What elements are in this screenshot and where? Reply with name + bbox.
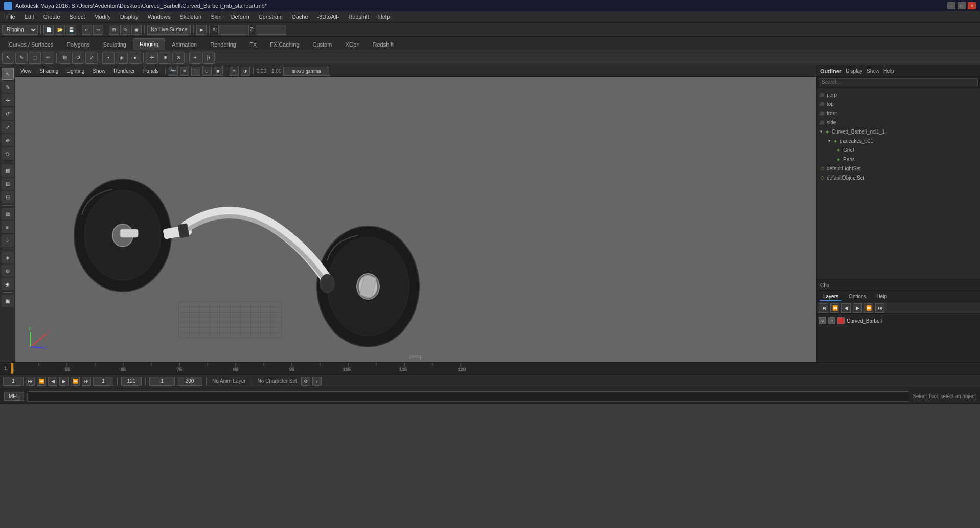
layer-color-swatch[interactable] <box>837 317 845 324</box>
outliner-item-side[interactable]: 🎥 side <box>817 118 980 127</box>
display3-button[interactable]: ⊟ <box>2 191 14 203</box>
snap-point-button[interactable]: ⊕ <box>120 25 130 35</box>
x-input[interactable] <box>218 25 249 35</box>
layer-prev-btn[interactable]: ⏪ <box>830 303 839 313</box>
grid-btn[interactable]: ⊞ <box>180 67 189 76</box>
layers-tab-help[interactable]: Help <box>873 293 890 300</box>
no-char-set-label[interactable]: No Character Set <box>256 378 299 384</box>
snap-surface-button[interactable]: ◉ <box>131 25 142 35</box>
layer-next-btn[interactable]: ⏩ <box>864 303 873 313</box>
tab-custom[interactable]: Custom <box>306 39 339 50</box>
rotate-tool-button[interactable]: ↺ <box>2 107 14 120</box>
layer-last-btn[interactable]: ⏭ <box>875 303 884 313</box>
show-menu[interactable]: Show <box>89 67 108 75</box>
save-file-button[interactable]: 💾 <box>66 25 76 35</box>
outliner-item-perp[interactable]: 🎥 perp <box>817 90 980 99</box>
menu-item-cache[interactable]: Cache <box>288 13 312 21</box>
display2-button[interactable]: ⊞ <box>2 178 14 190</box>
shelf-pipe-button[interactable]: |⟩ <box>202 52 215 64</box>
outliner-item-front[interactable]: 🎥 front <box>817 108 980 118</box>
tab-rigging[interactable]: Rigging <box>133 38 165 50</box>
colorspace-btn[interactable]: sRGB gamma <box>283 67 329 76</box>
audio-btn[interactable]: ♪ <box>312 377 322 386</box>
display6-button[interactable]: ○ <box>2 234 14 247</box>
tc-play-btn[interactable]: ▶ <box>59 377 69 386</box>
camera-btn[interactable]: 📷 <box>169 67 178 76</box>
shading-menu[interactable]: Shading <box>37 67 62 75</box>
shelf-transform-button[interactable]: ⊞ <box>59 52 71 64</box>
select-tool-button[interactable]: ↖ <box>2 68 14 80</box>
menu-item-redshift[interactable]: Redshift <box>344 13 373 21</box>
tab-rendering[interactable]: Rendering <box>203 39 243 50</box>
tc-skip-end-btn[interactable]: ⏭ <box>82 377 91 386</box>
layers-tab-options[interactable]: Options <box>846 293 869 300</box>
shelf-poly-button[interactable]: ◈ <box>116 52 128 64</box>
misc4-button[interactable]: ▣ <box>2 295 14 307</box>
tab-redshift[interactable]: Redshift <box>367 39 400 50</box>
menu-item-deform[interactable]: Deform <box>227 13 254 21</box>
mode-select[interactable]: Rigging <box>2 25 38 35</box>
maximize-button[interactable]: □ <box>958 2 966 9</box>
viewport-canvas[interactable]: X Y Z persp <box>15 77 816 362</box>
cv-tool-button[interactable]: ◇ <box>2 147 14 160</box>
minimize-button[interactable]: ─ <box>947 2 955 9</box>
layer-visibility-btn[interactable]: V <box>819 317 826 324</box>
menu-item-constrain[interactable]: Constrain <box>255 13 287 21</box>
display1-button[interactable]: ▦ <box>2 164 14 177</box>
outliner-item-pens[interactable]: ◈ Pens <box>817 155 980 164</box>
min-time-input[interactable] <box>149 377 175 386</box>
outliner-display-menu[interactable]: Display <box>846 68 862 74</box>
redo-button[interactable]: ↪ <box>93 25 103 35</box>
outliner-show-menu[interactable]: Show <box>867 68 879 74</box>
no-live-surface-label[interactable]: No Live Surface <box>147 25 191 35</box>
max-time-input[interactable]: 200 <box>177 377 202 386</box>
tab-polygons[interactable]: Polygons <box>60 39 96 50</box>
tab-fx[interactable]: FX <box>243 39 263 50</box>
z-input[interactable] <box>256 25 286 35</box>
shelf-paint2-button[interactable]: ✏ <box>42 52 54 64</box>
tc-prev-btn[interactable]: ⏪ <box>37 377 46 386</box>
tc-fwd-btn[interactable]: ⏩ <box>71 377 80 386</box>
tc-back-btn[interactable]: ◀ <box>48 377 57 386</box>
layer-play2-btn[interactable]: ▶ <box>853 303 862 313</box>
shelf-move-button[interactable]: ✛ <box>146 52 158 64</box>
start-frame-input[interactable]: 1 <box>3 377 24 386</box>
shelf-lasso-button[interactable]: ◌ <box>29 52 41 64</box>
outliner-item-top[interactable]: 🎥 top <box>817 99 980 108</box>
lighting-menu[interactable]: Lighting <box>63 67 87 75</box>
light-btn[interactable]: ☀ <box>230 67 239 76</box>
menu-item-skin[interactable]: Skin <box>207 13 225 21</box>
no-anim-layer-label[interactable]: No Anim Layer <box>210 378 248 384</box>
snap-tool-button[interactable]: ⊕ <box>2 134 14 146</box>
outliner-item-grief[interactable]: ◈ Grief <box>817 145 980 155</box>
shelf-cube-button[interactable]: ▪ <box>102 52 115 64</box>
open-file-button[interactable]: 📂 <box>55 25 65 35</box>
outliner-item-defaultlightset[interactable]: ⬡ defaultLightSet <box>817 164 980 173</box>
menu-item-help[interactable]: Help <box>374 13 394 21</box>
outliner-item-pancakes[interactable]: ▼ ◈ pancakes_001 <box>817 136 980 145</box>
misc2-button[interactable]: ⊕ <box>2 265 14 277</box>
panels-menu[interactable]: Panels <box>140 67 162 75</box>
shelf-pivot-button[interactable]: ⊕ <box>159 52 171 64</box>
layer-item-curved-barbell[interactable]: V P Curved_Barbell <box>819 316 978 326</box>
outliner-item-defaultobjectset[interactable]: ⬡ defaultObjectSet <box>817 173 980 182</box>
outliner-item-curved-barbell[interactable]: ▼ ◈ Curved_Barbell_ncl1_1 <box>817 127 980 136</box>
menu-item-skeleton[interactable]: Skeleton <box>175 13 206 21</box>
shelf-plus-button[interactable]: + <box>189 52 201 64</box>
shelf-sphere-button[interactable]: ● <box>129 52 141 64</box>
mel-input[interactable] <box>27 391 910 402</box>
end-frame-input[interactable]: 120 <box>121 377 142 386</box>
outliner-help-menu[interactable]: Help <box>883 68 894 74</box>
renderer-menu[interactable]: Renderer <box>110 67 138 75</box>
menu-item-file[interactable]: File <box>2 13 19 21</box>
display-mode-btn[interactable]: ⬛ <box>191 67 200 76</box>
menu-item-windows[interactable]: Windows <box>144 13 175 21</box>
tc-skip-start-btn[interactable]: ⏮ <box>26 377 35 386</box>
shade-btn[interactable]: ◼ <box>214 67 223 76</box>
move-tool-button[interactable]: ✛ <box>2 94 14 106</box>
menu-item-select[interactable]: Select <box>65 13 89 21</box>
misc1-button[interactable]: ◈ <box>2 251 14 263</box>
wire-btn[interactable]: ◻ <box>202 67 212 76</box>
menu-item--3dtoall-[interactable]: -3DtoAll- <box>313 13 344 21</box>
outliner-search-input[interactable] <box>819 78 978 86</box>
